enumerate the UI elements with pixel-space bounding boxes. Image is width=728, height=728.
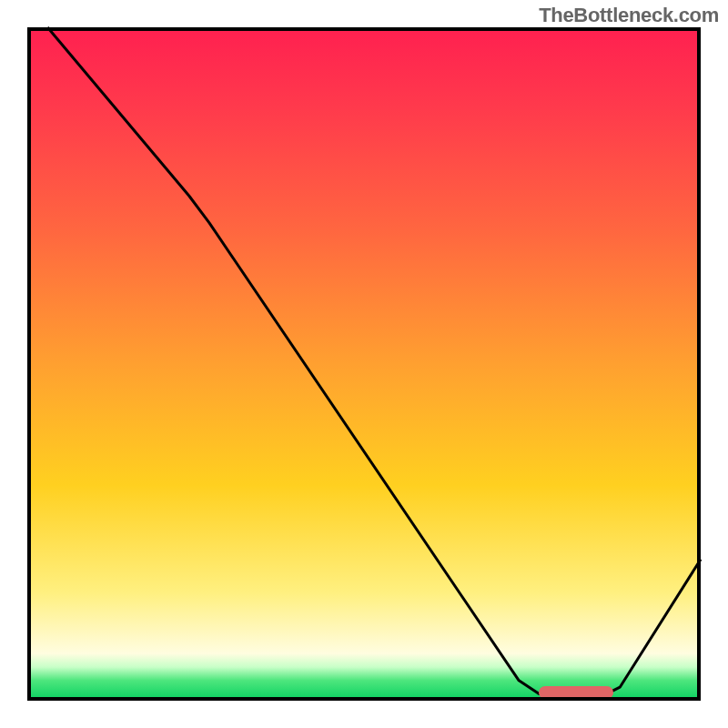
bottleneck-curve xyxy=(27,27,701,701)
curve-path xyxy=(47,27,701,694)
chart-root: TheBottleneck.com xyxy=(0,0,728,728)
chart-frame xyxy=(27,27,701,701)
optimal-range-bar xyxy=(539,686,612,699)
attribution-text: TheBottleneck.com xyxy=(539,4,719,27)
